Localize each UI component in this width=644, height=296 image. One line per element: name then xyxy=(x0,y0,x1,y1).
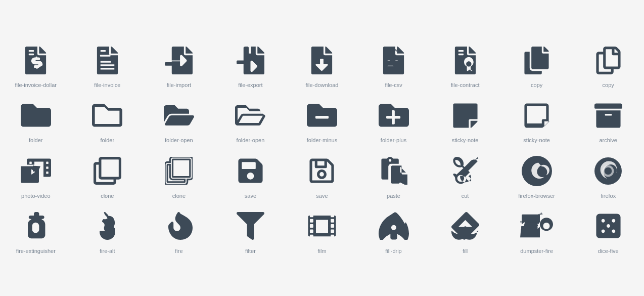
icon-cell-film[interactable]: film xyxy=(286,203,358,259)
fire-alt-icon xyxy=(89,208,125,244)
icon-cell-file-import[interactable]: file-import xyxy=(143,37,215,93)
cut-label: cut xyxy=(462,193,469,199)
copy-solid-icon xyxy=(519,43,555,78)
icon-cell-dice-five[interactable]: dice-five xyxy=(572,203,644,259)
icon-cell-file-invoice-dollar[interactable]: file-invoice-dollar xyxy=(0,37,72,93)
icon-cell-photo-video[interactable]: photo-video xyxy=(0,148,72,203)
folder-plus-label: folder-plus xyxy=(381,137,406,144)
icon-cell-file-csv[interactable]: CSV file-csv xyxy=(358,37,430,93)
folder-outline-icon xyxy=(89,98,125,133)
icon-cell-copy-solid[interactable]: copy xyxy=(501,37,573,93)
fire-label: fire xyxy=(175,248,182,255)
icon-cell-file-export[interactable]: file-export xyxy=(215,37,287,93)
copy-outline-icon xyxy=(590,43,626,78)
dice-five-label: dice-five xyxy=(598,248,619,255)
photo-video-label: photo-video xyxy=(21,193,51,199)
save-outline-label: save xyxy=(316,193,328,199)
icon-cell-folder-open-outline[interactable]: folder-open xyxy=(215,93,287,148)
film-label: film xyxy=(317,248,326,255)
icon-cell-folder-minus[interactable]: folder-minus xyxy=(286,93,358,148)
icon-cell-folder-open-solid[interactable]: folder-open xyxy=(143,93,215,148)
icon-cell-fill[interactable]: fill xyxy=(429,203,501,259)
fire-extinguisher-label: fire-extinguisher xyxy=(16,248,56,255)
folder-solid-label: folder xyxy=(29,137,43,144)
firefox-label: firefox xyxy=(601,193,616,199)
clone-solid-label: clone xyxy=(101,193,114,199)
icon-cell-clone-solid[interactable]: clone xyxy=(72,148,144,203)
folder-solid-icon xyxy=(18,98,54,133)
icon-cell-save-outline[interactable]: save xyxy=(286,148,358,203)
fire-icon xyxy=(161,208,197,244)
icon-cell-fire-extinguisher[interactable]: fire-extinguisher xyxy=(0,203,72,259)
save-outline-icon xyxy=(304,153,340,189)
file-contract-label: file-contract xyxy=(451,82,480,89)
icon-cell-file-contract[interactable]: file-contract xyxy=(429,37,501,93)
file-import-icon xyxy=(161,43,197,78)
file-download-label: file-download xyxy=(306,82,339,89)
icon-cell-fill-drip[interactable]: fill-drip xyxy=(358,203,430,259)
icon-cell-sticky-note-solid[interactable]: sticky-note xyxy=(429,93,501,148)
clone-solid-icon xyxy=(89,153,125,189)
file-export-icon xyxy=(233,43,268,78)
folder-open-outline-icon xyxy=(233,98,268,133)
file-invoice-dollar-icon xyxy=(18,43,54,78)
sticky-note-solid-label: sticky-note xyxy=(452,137,479,144)
icon-cell-clone-outline[interactable]: clone xyxy=(143,148,215,203)
icon-cell-file-invoice[interactable]: file-invoice xyxy=(72,37,144,93)
sticky-note-outline-icon xyxy=(519,98,555,133)
archive-label: archive xyxy=(599,137,617,144)
icon-cell-firefox[interactable]: firefox xyxy=(572,148,644,203)
film-icon xyxy=(304,208,340,244)
icon-cell-cut[interactable]: cut xyxy=(429,148,501,203)
fill-drip-label: fill-drip xyxy=(385,248,401,255)
fill-label: fill xyxy=(463,248,468,255)
cut-icon xyxy=(447,153,483,189)
icon-cell-archive[interactable]: archive xyxy=(572,93,644,148)
fire-extinguisher-icon xyxy=(18,208,54,244)
dumpster-fire-icon xyxy=(519,208,555,244)
paste-label: paste xyxy=(387,193,400,199)
dumpster-fire-label: dumpster-fire xyxy=(520,248,553,255)
save-solid-icon xyxy=(233,153,268,189)
copy-solid-label: copy xyxy=(531,82,542,89)
copy-outline-label: copy xyxy=(603,82,614,89)
sticky-note-outline-label: sticky-note xyxy=(523,137,550,144)
sticky-note-solid-icon xyxy=(447,98,483,133)
icon-cell-save-solid[interactable]: save xyxy=(215,148,287,203)
file-invoice-label: file-invoice xyxy=(94,82,120,89)
icon-cell-folder-plus[interactable]: folder-plus xyxy=(358,93,430,148)
folder-minus-label: folder-minus xyxy=(307,137,338,144)
filter-label: filter xyxy=(245,248,256,255)
fire-alt-label: fire-alt xyxy=(100,248,115,255)
icon-cell-folder-outline[interactable]: folder xyxy=(72,93,144,148)
dice-five-icon xyxy=(590,208,626,244)
file-csv-label: file-csv xyxy=(385,82,402,89)
icon-cell-dumpster-fire[interactable]: dumpster-fire xyxy=(501,203,573,259)
icon-cell-paste[interactable]: paste xyxy=(358,148,430,203)
icon-cell-filter[interactable]: filter xyxy=(215,203,287,259)
folder-open-outline-label: folder-open xyxy=(237,137,265,144)
folder-open-solid-label: folder-open xyxy=(165,137,193,144)
icon-cell-fire-alt[interactable]: fire-alt xyxy=(72,203,144,259)
save-solid-label: save xyxy=(245,193,256,199)
folder-minus-icon xyxy=(304,98,340,133)
fill-icon xyxy=(447,208,483,244)
icon-cell-sticky-note-outline[interactable]: sticky-note xyxy=(501,93,573,148)
folder-outline-label: folder xyxy=(101,137,115,144)
firefox-browser-label: firefox-browser xyxy=(518,193,555,199)
icon-cell-fire[interactable]: fire xyxy=(143,203,215,259)
file-import-label: file-import xyxy=(167,82,191,89)
folder-plus-icon xyxy=(376,98,411,133)
fill-drip-icon xyxy=(376,208,411,244)
photo-video-icon xyxy=(18,153,54,189)
icon-cell-folder-solid[interactable]: folder xyxy=(0,93,72,148)
filter-icon xyxy=(233,208,268,244)
file-invoice-icon xyxy=(89,43,125,78)
icon-cell-copy-outline[interactable]: copy xyxy=(572,37,644,93)
icon-cell-file-download[interactable]: file-download xyxy=(286,37,358,93)
firefox-browser-icon xyxy=(519,153,555,189)
icon-cell-firefox-browser[interactable]: firefox-browser xyxy=(501,148,573,203)
clone-outline-icon xyxy=(161,153,197,189)
firefox-icon xyxy=(590,153,626,189)
icon-grid: file-invoice-dollar file-invoice file-im… xyxy=(0,32,644,264)
